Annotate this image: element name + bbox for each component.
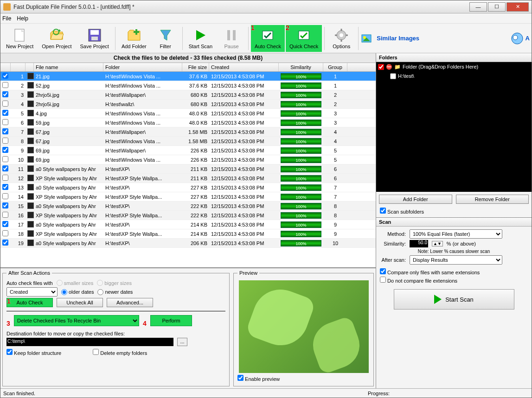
auto-check-action-button[interactable]: Auto Check xyxy=(6,298,53,307)
row-checkbox[interactable] xyxy=(2,128,8,134)
row-checkbox[interactable] xyxy=(2,165,8,171)
row-checkbox[interactable] xyxy=(2,221,8,227)
titlebar[interactable]: Fast Duplicate File Finder 5.0.0.1 - [un… xyxy=(0,0,532,13)
duplicate-grid[interactable]: File name Folder File size Created Simil… xyxy=(0,63,376,268)
row-checkbox[interactable] xyxy=(2,147,8,153)
scan-subfolders-checkbox[interactable]: Scan subfolders xyxy=(380,209,424,215)
older-dates-radio[interactable]: older dates xyxy=(61,289,94,295)
advanced-button[interactable]: Advanced... xyxy=(107,298,153,307)
close-button[interactable]: ✕ xyxy=(506,2,529,12)
table-row[interactable]: 14XP Style wallpapers by AhrH:\test\XP S… xyxy=(0,192,376,202)
uncheck-all-button[interactable]: Uncheck All xyxy=(57,298,103,307)
table-row[interactable]: 54.jpgH:\test\Windows Vista ...48.0 KB12… xyxy=(0,109,376,118)
row-checkbox[interactable] xyxy=(2,82,8,88)
table-row[interactable]: 19a0 Style wallpapers by AhrH:\test\XP\2… xyxy=(0,239,376,248)
similar-images-link[interactable]: Similar Images xyxy=(377,35,419,42)
bigger-sizes-radio[interactable]: bigger sizes xyxy=(97,280,132,286)
destination-input[interactable]: C:\temp\ xyxy=(6,338,173,346)
menu-file[interactable]: File xyxy=(2,15,11,22)
table-row[interactable]: 42hrjo5i.jpgH:\test\wallz\680 KB12/15/20… xyxy=(0,100,376,109)
table-row[interactable]: 15a0 Style wallpapers by AhrH:\test\XP\2… xyxy=(0,202,376,211)
filter-button[interactable]: Filter xyxy=(151,25,180,52)
remove-folder-button[interactable]: Remove Folder xyxy=(456,195,529,204)
row-checkbox[interactable] xyxy=(2,184,8,190)
spinner-buttons[interactable]: ▲▼ xyxy=(432,241,443,246)
enable-preview-checkbox[interactable]: Enable preview xyxy=(237,376,280,382)
no-compare-ext-checkbox[interactable]: Do not compare file extensions xyxy=(380,277,457,284)
similarity-bar: 100% xyxy=(281,101,321,107)
table-row[interactable]: 12XP Style wallpapers by AhrH:\test\XP S… xyxy=(0,174,376,183)
save-project-button[interactable]: Save Project xyxy=(77,25,113,52)
maximize-button[interactable]: ☐ xyxy=(488,2,506,12)
table-row[interactable]: 16XP Style wallpapers by AhrH:\test\XP S… xyxy=(0,211,376,220)
criteria-dropdown[interactable]: Created xyxy=(6,287,58,297)
table-row[interactable]: 767.jpgH:\test\Wallpaper\1.58 MB12/15/20… xyxy=(0,127,376,137)
folder-root-row[interactable]: ⛔ 📁 Folder (Drag&Drop Folders Here) xyxy=(376,62,532,71)
pause-button[interactable]: Pause xyxy=(217,25,246,52)
quick-check-button[interactable]: Quick Check xyxy=(286,25,322,52)
perform-button[interactable]: Perform xyxy=(150,315,192,326)
similarity-spinner[interactable]: 50.0 xyxy=(410,240,428,247)
folder-item-row[interactable]: H:\test\ xyxy=(376,71,532,81)
col-group[interactable]: Group xyxy=(323,63,347,71)
row-checkbox[interactable] xyxy=(2,230,8,236)
auto-check-label: Auto Check xyxy=(255,44,281,49)
smaller-sizes-radio[interactable]: smaller sizes xyxy=(57,280,94,286)
minimize-button[interactable]: — xyxy=(469,2,487,12)
row-checkbox[interactable] xyxy=(2,101,8,107)
row-checkbox[interactable] xyxy=(2,156,8,162)
options-button[interactable]: Options xyxy=(327,25,356,52)
col-similarity[interactable]: Similarity xyxy=(279,63,323,71)
method-dropdown[interactable]: 100% Equal Files (faster) xyxy=(410,229,502,239)
similarity-bar: 100% xyxy=(281,240,321,246)
delete-empty-checkbox[interactable]: Delete empty folders xyxy=(93,349,147,356)
col-created[interactable]: Created xyxy=(209,63,279,71)
col-size[interactable]: File size xyxy=(182,63,209,71)
table-row[interactable]: 17a0 Style wallpapers by AhrH:\test\XP\2… xyxy=(0,220,376,229)
row-checkbox[interactable] xyxy=(2,91,8,97)
row-checkbox[interactable] xyxy=(2,175,8,181)
status-bar: Scan finished. Progress: xyxy=(0,388,532,398)
add-folder-side-button[interactable]: Add Folder xyxy=(379,195,452,204)
start-scan-big-button[interactable]: Start Scan xyxy=(394,289,514,310)
similarity-bar: 100% xyxy=(281,82,321,89)
table-row[interactable]: 121.jpgH:\test\Windows Vista ...37.6 KB1… xyxy=(0,72,376,81)
action-dropdown[interactable]: Delete Checked Files To Recycle Bin xyxy=(14,315,139,326)
keep-structure-checkbox[interactable]: Keep folder structure xyxy=(6,349,61,356)
start-scan-button[interactable]: Start Scan xyxy=(185,25,216,52)
browse-button[interactable]: ... xyxy=(177,338,187,346)
row-checkbox[interactable] xyxy=(2,119,8,125)
table-row[interactable]: 32hrjo5i.jpgH:\test\Wallpaper\680 KB12/1… xyxy=(0,90,376,100)
col-folder[interactable]: Folder xyxy=(103,63,182,71)
add-folder-button[interactable]: Add Folder xyxy=(118,25,150,52)
table-row[interactable]: 867.jpgH:\test\Windows Vista ...1.58 MB1… xyxy=(0,137,376,146)
auto-check-files-label: Auto check files with xyxy=(6,280,53,286)
table-row[interactable]: 18XP Style wallpapers by AhrH:\test\XP S… xyxy=(0,229,376,239)
row-checkbox[interactable] xyxy=(2,110,8,116)
newer-dates-radio[interactable]: newer dates xyxy=(97,289,133,295)
similarity-bar: 100% xyxy=(281,175,321,182)
menu-help[interactable]: Help xyxy=(17,15,28,22)
row-checkbox[interactable] xyxy=(2,212,8,218)
row-checkbox[interactable] xyxy=(2,73,8,79)
row-checkbox[interactable] xyxy=(2,193,8,199)
auto-check-button[interactable]: Auto Check xyxy=(251,25,285,52)
table-row[interactable]: 252.jpgH:\test\Windows Vista ...37.6 KB1… xyxy=(0,81,376,90)
file-thumb-icon xyxy=(27,165,34,172)
folders-tree[interactable]: ⛔ 📁 Folder (Drag&Drop Folders Here) H:\t… xyxy=(376,62,532,192)
table-row[interactable]: 13a0 Style wallpapers by AhrH:\test\XP\2… xyxy=(0,183,376,192)
compare-ext-checkbox[interactable]: Compare only files with same extensions xyxy=(380,268,480,275)
table-row[interactable]: 1069.jpgH:\test\Windows Vista ...226 KB1… xyxy=(0,155,376,164)
audio-link[interactable]: A xyxy=(526,35,530,42)
table-row[interactable]: 11a0 Style wallpapers by AhrH:\test\XP\2… xyxy=(0,164,376,174)
row-checkbox[interactable] xyxy=(2,138,8,144)
table-row[interactable]: 659.jpgH:\test\Windows Vista ...48.0 KB1… xyxy=(0,118,376,127)
svg-rect-7 xyxy=(134,31,139,33)
table-row[interactable]: 969.jpgH:\test\Wallpaper\226 KB12/15/201… xyxy=(0,146,376,155)
row-checkbox[interactable] xyxy=(2,240,8,246)
after-scan-dropdown[interactable]: Display Results xyxy=(410,255,502,265)
open-project-button[interactable]: Open Project xyxy=(38,25,75,52)
new-project-button[interactable]: New Project xyxy=(2,25,37,52)
col-filename[interactable]: File name xyxy=(34,63,103,71)
row-checkbox[interactable] xyxy=(2,202,8,208)
